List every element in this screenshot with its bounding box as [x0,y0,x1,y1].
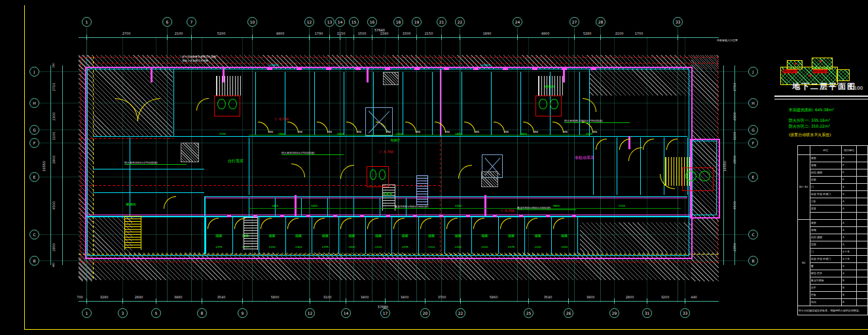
dim-tick [678,35,678,40]
door-jamb [386,215,390,217]
room-label-storage: 储藏 [535,234,541,238]
room-partition [403,72,403,135]
schedule-cell [857,263,868,270]
drawing-title: 地下二层平面图 [792,81,856,92]
schedule-cell: 扶手 [810,285,841,292]
stair-run [416,175,428,205]
grid-bubble-8: 8 [197,308,207,318]
fan-symbol [685,171,696,181]
interior-dimension: 5800 [520,133,527,135]
wall-segment [151,68,153,82]
total-dimension: 16550 [43,161,46,171]
schedule-header-cell [857,146,868,155]
dimension-text: 3900 [587,296,595,299]
dimension-text: 400 [52,262,55,268]
door-jamb [519,215,523,217]
schedule-cell: 内墙·踢脚 [810,169,841,177]
green-dim-line [249,208,681,209]
wall-segment [563,68,565,82]
room-partition [301,198,302,216]
dim-tick [441,35,442,40]
room-partition [461,72,462,135]
dimension-text: 2100 [615,32,624,35]
schedule-cell: P [841,169,856,177]
grid-bubble-33: 33 [673,17,683,27]
room-partition [255,72,256,135]
window-tick [503,68,508,70]
dim-tick [167,35,168,40]
room-partition [593,137,594,195]
schedule-cell: B [841,277,856,285]
grid-bubble-24: 24 [513,17,522,27]
room-partition [520,72,521,135]
room-label-storage: 储藏 [428,234,435,238]
interior-dimension: 3400 [311,205,317,207]
grid-bubble-25: 25 [524,308,533,318]
grid-bubble-B: B [29,256,39,266]
room-partition [491,72,492,135]
dimension-text: 2150 [337,32,346,35]
room-dim: 1250 [561,246,568,249]
schedule-cell [857,249,868,256]
dim-tick [614,298,615,304]
schedule-cell: A [841,234,856,241]
dim-tick [568,298,569,304]
grid-bubble-7: 7 [187,17,196,27]
dimension-text: 2710 [733,83,736,92]
dim-tick [242,298,243,304]
key-plan-tab-left [787,60,803,69]
window-tick [414,68,420,70]
title-underline-thick [774,96,868,97]
wall-segment [204,196,687,197]
schedule-cell [857,220,868,227]
note-fire-zone-1: 防火分区一: 335.16m² [789,118,830,124]
window-tick [473,68,479,70]
grid-bubble-F: F [29,138,39,148]
room-label-storage: 储藏 [561,234,568,238]
interior-dimension: 2100 [586,133,592,135]
schedule-footer: 防火分区隔墙砌至梁板底，缝隙用防火材料封堵密实。 [798,306,868,315]
schedule-cell: A [841,184,856,191]
room-partition [285,72,285,135]
schedule-cell: P [841,177,856,184]
schedule-cell [857,277,868,285]
total-dimension: 16550 [723,161,727,171]
schedule-cell: 台阶 [810,198,841,205]
room-partition [498,217,499,254]
window-tick [591,68,596,70]
leader-note: 防火卷帘3000×2700(特级) [124,162,187,165]
side-dim-line [734,65,735,265]
room-partition [391,217,392,254]
plan-label: 水泵房 [383,192,393,196]
room-label-storage: 储藏 [269,234,276,238]
plan-label: ▽ -5.750 [274,118,289,121]
door-code: M8 [534,131,538,133]
window-tick [444,68,449,70]
schedule-cell [857,213,868,220]
dimension-text: 5800 [271,296,280,299]
dim-tick [86,35,87,40]
schedule-cell: 顶棚 [810,227,841,234]
schedule-cell: A [841,198,856,205]
schedule-cell [857,241,868,249]
dimension-text: 4500 [733,202,736,210]
schedule-cell [857,198,868,205]
dimension-text: 2300 [733,113,736,121]
equipment-box [367,166,389,187]
door-jamb [306,215,310,217]
room-dim: 1310 [481,246,488,249]
schedule-header-cell: 部位 [810,146,841,155]
vent-shaft [181,143,199,162]
grid-bubble-22: 22 [456,308,465,318]
dimension-text: 440 [691,296,697,299]
dimension-text: 5860 [490,296,498,299]
schedule-cell [841,213,856,220]
grid-bubble-16: 16 [367,17,377,27]
dim-tick [353,35,354,40]
room-label-storage: 储藏 [375,234,382,238]
grid-bubble-9: 9 [238,308,247,318]
grid-bubble-J: J [29,67,39,77]
dimension-text: 3540 [217,296,226,299]
dimension-text: 700 [77,296,83,299]
leader-note: 地下室顶板覆土厚度详见总图 [182,56,216,58]
